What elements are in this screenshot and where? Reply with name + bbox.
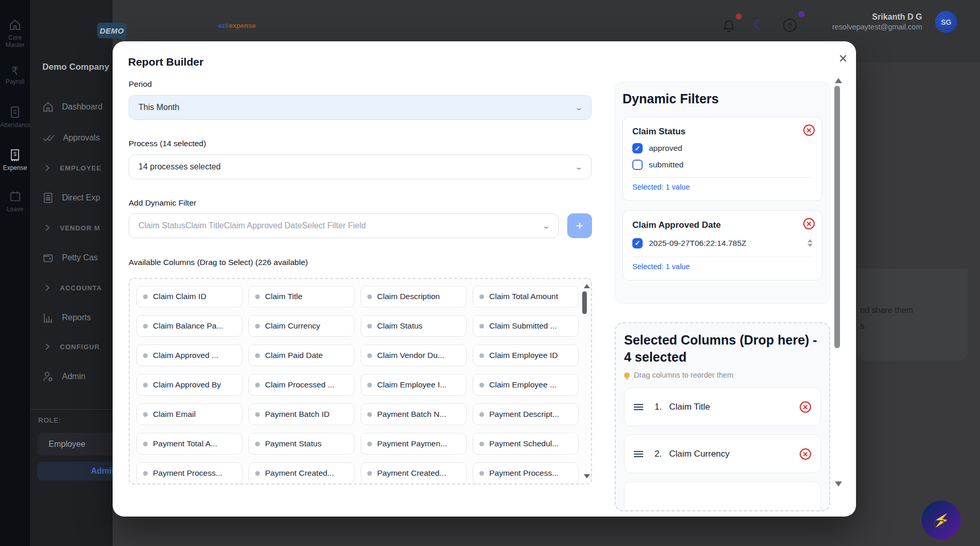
sidebar-item-label: Approvals	[63, 133, 100, 143]
column-chip[interactable]: Claim Claim ID	[136, 286, 242, 307]
column-chip[interactable]: Claim Employee ID	[473, 345, 579, 366]
calendar-icon	[0, 190, 30, 206]
column-chip[interactable]: Payment Batch N...	[361, 403, 466, 425]
reorder-hint: Drag columns to reorder them	[624, 371, 821, 379]
drag-dot-icon	[255, 412, 260, 417]
column-chip[interactable]: Claim Submitted ...	[473, 315, 579, 337]
modal-scrollbar-thumb[interactable]	[834, 86, 840, 348]
column-chip[interactable]: Payment Schedul...	[473, 433, 579, 455]
avatar[interactable]: SG	[935, 11, 957, 33]
modal-scroll-up-icon[interactable]	[835, 74, 842, 83]
sidebar-item-reports[interactable]: Reports	[42, 312, 113, 323]
column-chip[interactable]: Claim Vendor Du...	[361, 345, 466, 366]
sidebar-divider	[30, 409, 113, 410]
selected-column-item[interactable]: 2. Claim Currency ✕	[624, 434, 821, 473]
sidebar-item-petty-cash[interactable]: Petty Cas	[42, 252, 113, 263]
column-chip[interactable]: Claim Employee ...	[473, 374, 579, 396]
remove-column-icon[interactable]: ✕	[800, 401, 811, 413]
grid-scroll-up-icon[interactable]	[584, 281, 590, 288]
chevron-right-icon	[42, 342, 52, 351]
column-chip[interactable]: Claim Employee I...	[361, 374, 466, 396]
dynamic-filter-select[interactable]: Claim StatusClaim TitleClaim Approved Da…	[129, 213, 559, 238]
process-select[interactable]: 14 processes selected ⌄	[129, 154, 592, 179]
sidebar-item-label: Direct Exp	[62, 193, 100, 202]
modal-scroll-down-icon[interactable]	[835, 481, 842, 490]
column-chip-label: Claim Employee ID	[489, 351, 558, 360]
selected-column-item[interactable]: 1. Claim Title ✕	[624, 387, 821, 426]
add-filter-button[interactable]: +	[567, 213, 592, 238]
remove-filter-icon[interactable]: ✕	[803, 218, 815, 229]
column-chip[interactable]: Payment Total A...	[136, 433, 242, 455]
drag-handle-icon[interactable]	[634, 449, 643, 459]
column-chip[interactable]: Payment Created...	[248, 462, 354, 484]
sidebar-group-configur[interactable]: CONFIGUR	[42, 342, 113, 351]
filter-option-submitted[interactable]: submitted	[632, 160, 813, 170]
column-chip[interactable]: Payment Created...	[361, 462, 466, 484]
column-chip[interactable]: Payment Status	[248, 433, 354, 455]
column-chip[interactable]: Claim Description	[361, 286, 466, 307]
sidebar-group-employee[interactable]: EMPLOYEE	[42, 163, 113, 173]
dark-mode-icon[interactable]: ☾	[753, 18, 765, 32]
column-chip[interactable]: Claim Paid Date	[248, 345, 354, 366]
column-chip-label: Claim Status	[377, 321, 423, 331]
checkbox-checked-icon[interactable]: ✓	[632, 143, 643, 153]
sidebar-item-approvals[interactable]: Approvals	[42, 132, 113, 144]
rail-item-payroll[interactable]: ₹ Payroll	[0, 65, 30, 85]
column-chip[interactable]: Claim Currency	[248, 315, 354, 337]
rail-item-expense[interactable]: $ Expense	[0, 149, 30, 171]
column-chip[interactable]: Payment Batch ID	[248, 403, 354, 425]
rupee-icon: ₹	[0, 65, 30, 78]
sort-arrows-icon[interactable]	[807, 237, 813, 249]
home-icon	[0, 19, 30, 34]
column-chip[interactable]: Claim Status	[361, 315, 466, 337]
role-employee-label: Employee	[49, 440, 85, 449]
column-chip-label: Claim Paid Date	[265, 351, 323, 360]
selected-column-item-partial[interactable]	[624, 481, 821, 511]
assistant-fab-button[interactable]: ⚡	[922, 501, 961, 540]
remove-filter-icon[interactable]: ✕	[803, 124, 815, 136]
grid-scroll-down-icon[interactable]	[584, 474, 590, 481]
rail-item-label: Attendance	[0, 121, 30, 129]
sidebar-item-label: Admin	[62, 372, 85, 381]
expense-receipt-icon: $	[0, 149, 30, 164]
column-chip[interactable]: Claim Balance Pa...	[136, 315, 242, 337]
filter-option-date[interactable]: ✓ 2025-09-27T06:22:14.785Z	[632, 237, 813, 249]
column-chip-label: Payment Total A...	[153, 439, 217, 448]
remove-column-icon[interactable]: ✕	[800, 448, 811, 460]
drag-dot-icon	[367, 294, 372, 299]
column-chip[interactable]: Payment Process...	[473, 462, 579, 484]
period-select[interactable]: This Month ⌄	[129, 95, 592, 120]
sidebar-group-label: ACCOUNTA	[60, 284, 102, 292]
column-chip[interactable]: Claim Total Amount	[473, 286, 579, 307]
drag-dot-icon	[367, 471, 372, 476]
column-chip[interactable]: Payment Process...	[136, 462, 242, 484]
sidebar-item-admin[interactable]: Admin	[42, 371, 113, 382]
grid-scrollbar-thumb[interactable]	[582, 291, 587, 314]
rail-item-core-master[interactable]: Core Master	[0, 19, 30, 49]
column-chip[interactable]: Payment Paymen...	[361, 433, 466, 455]
rail-item-leave[interactable]: Leave	[0, 190, 30, 213]
column-chip[interactable]: Claim Approved By	[136, 374, 242, 396]
column-chip[interactable]: Payment Descript...	[473, 403, 579, 425]
column-chip[interactable]: Claim Approved ...	[136, 345, 242, 366]
filter-option-approved[interactable]: ✓ approved	[632, 143, 813, 153]
sidebar-item-direct-expense[interactable]: Direct Exp	[42, 192, 113, 204]
sidebar-group-accounta[interactable]: ACCOUNTA	[42, 283, 113, 292]
column-chip[interactable]: Claim Email	[136, 403, 242, 425]
help-icon[interactable]: ?	[783, 19, 797, 32]
notifications-bell-icon[interactable]	[722, 19, 736, 35]
rail-item-attendance[interactable]: Attendance	[0, 106, 30, 129]
column-chip-label: Payment Process...	[489, 469, 558, 478]
column-chip[interactable]: Claim Processed ...	[248, 374, 354, 396]
chevron-right-icon	[42, 283, 52, 292]
drag-dot-icon	[367, 442, 372, 446]
sidebar-group-vendor[interactable]: VENDOR M	[42, 223, 113, 232]
drag-dot-icon	[255, 353, 260, 358]
sidebar-item-dashboard[interactable]: Dashboard	[42, 101, 113, 113]
close-icon[interactable]: ✕	[835, 51, 851, 67]
checkbox-checked-icon[interactable]: ✓	[632, 238, 643, 248]
checkbox-unchecked-icon[interactable]	[632, 160, 643, 170]
rail-item-label: Expense	[0, 164, 30, 171]
column-chip[interactable]: Claim Title	[248, 286, 354, 307]
drag-handle-icon[interactable]	[634, 402, 643, 412]
